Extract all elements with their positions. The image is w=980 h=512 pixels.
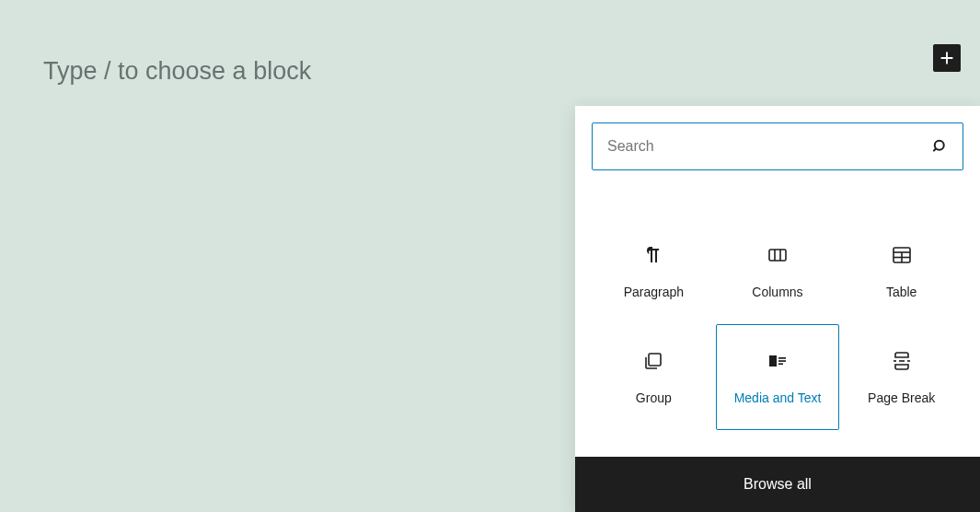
block-table[interactable]: Table <box>839 218 963 324</box>
block-label: Group <box>636 390 672 405</box>
block-media-and-text[interactable]: Media and Text <box>716 324 840 430</box>
svg-rect-9 <box>649 354 661 366</box>
block-page-break[interactable]: Page Break <box>839 324 963 430</box>
browse-all-button[interactable]: Browse all <box>575 457 980 512</box>
search-icon <box>931 137 950 156</box>
block-inserter-panel: Paragraph Columns Table Gr <box>575 106 980 512</box>
search-field <box>592 122 963 170</box>
block-label: Table <box>886 285 917 299</box>
svg-rect-2 <box>769 250 786 261</box>
svg-rect-13 <box>778 363 783 365</box>
block-group[interactable]: Group <box>592 324 716 430</box>
block-label: Columns <box>752 285 802 299</box>
block-columns[interactable]: Columns <box>716 218 840 324</box>
svg-rect-10 <box>769 355 777 367</box>
group-icon <box>642 350 664 372</box>
block-label: Media and Text <box>734 390 822 405</box>
svg-line-1 <box>934 149 936 151</box>
page-break-icon <box>891 350 913 372</box>
search-input[interactable] <box>593 123 963 169</box>
table-icon <box>891 244 913 266</box>
svg-rect-12 <box>778 360 786 362</box>
block-label: Page Break <box>868 390 935 405</box>
svg-rect-11 <box>778 357 786 359</box>
blocks-grid: Paragraph Columns Table Gr <box>575 170 980 439</box>
paragraph-icon <box>642 244 664 266</box>
editor-placeholder[interactable]: Type / to choose a block <box>43 57 311 86</box>
media-text-icon <box>767 350 789 372</box>
block-paragraph[interactable]: Paragraph <box>592 218 716 324</box>
columns-icon <box>767 244 789 266</box>
add-block-button[interactable] <box>933 44 961 72</box>
block-label: Paragraph <box>624 285 684 299</box>
search-container <box>575 106 980 170</box>
plus-icon <box>937 48 957 68</box>
